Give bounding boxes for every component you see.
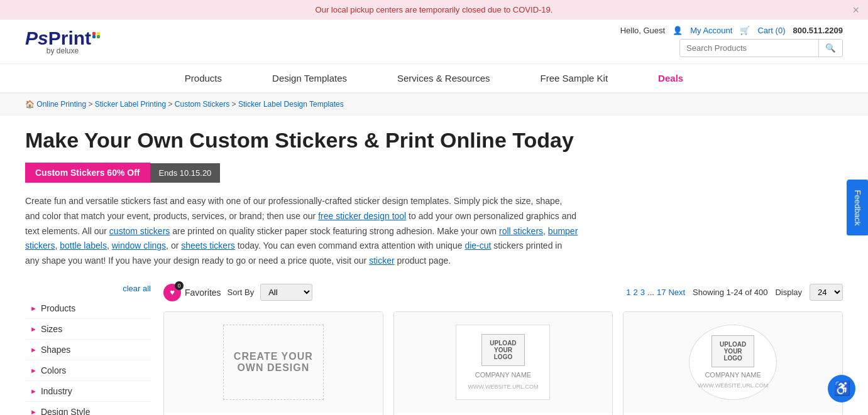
filter-shapes[interactable]: ► Shapes <box>25 340 151 360</box>
page-17[interactable]: 17 <box>657 288 666 297</box>
favorites-count: 0 <box>175 281 184 290</box>
arrow-icon: ► <box>30 325 37 333</box>
breadcrumb-online-printing[interactable]: Online Printing <box>36 100 86 109</box>
filter-colors[interactable]: ► Colors <box>25 360 151 381</box>
nav-link-sample-kit[interactable]: Free Sample Kit <box>515 64 634 92</box>
die-cut-link[interactable]: die-cut <box>464 240 491 251</box>
card-image-company-circle: UPLOADYOURLOGO COMPANY NAME WWW.WEBSITE.… <box>624 312 842 412</box>
phone-number: 800.511.2209 <box>793 26 843 35</box>
clear-all-button[interactable]: clear all <box>25 284 151 293</box>
header: Ps Print by deluxe Hello, Guest 👤 My Acc… <box>0 19 868 64</box>
page-ellipsis: ... <box>647 288 654 297</box>
breadcrumb-sticker-label[interactable]: Sticker Label Printing <box>95 100 166 109</box>
sort-select[interactable]: All Newest Popular <box>260 284 312 301</box>
upload-logo-box-circle: UPLOADYOURLOGO <box>711 335 754 367</box>
nav-link-services[interactable]: Services & Resources <box>372 64 515 92</box>
cart-link[interactable]: Cart (0) <box>757 26 785 35</box>
showing-count: Showing 1-24 of 400 <box>693 288 767 297</box>
logo-dots <box>92 32 100 38</box>
card-footer-circle <box>624 412 842 415</box>
product-card-create: CREATE YOUROWN DESIGN Get Started <box>163 311 383 415</box>
card-image-company-rect: UPLOADYOURLOGO COMPANY NAME WWW.WEBSITE.… <box>394 312 613 412</box>
logo[interactable]: Ps Print by deluxe <box>25 28 100 55</box>
page-title: Make Your Own Custom Stickers & Print On… <box>25 128 843 153</box>
free-sticker-tool-link[interactable]: free sticker design tool <box>318 211 406 221</box>
filter-label-shapes: Shapes <box>41 345 70 355</box>
bottle-labels-link[interactable]: bottle labels <box>60 240 107 251</box>
product-card-company-rect[interactable]: UPLOADYOURLOGO COMPANY NAME WWW.WEBSITE.… <box>393 311 613 415</box>
breadcrumb-sep-1: > <box>88 100 94 109</box>
arrow-icon: ► <box>30 305 37 312</box>
products-area: ♥ 0 Favorites Sort By All Newest Popular <box>163 284 843 415</box>
nav-item-services[interactable]: Services & Resources <box>372 64 515 92</box>
card-footer-create: Get Started <box>164 412 383 415</box>
upload-logo-box-rect: UPLOADYOURLOGO <box>481 334 524 366</box>
page-2[interactable]: 2 <box>634 288 638 297</box>
arrow-icon: ► <box>30 346 37 353</box>
roll-stickers-link[interactable]: roll stickers <box>499 226 543 236</box>
bumper-stickers-link[interactable]: bumper stickers <box>25 226 578 251</box>
filter-sizes[interactable]: ► Sizes <box>25 319 151 340</box>
filter-label-sizes: Sizes <box>41 324 62 334</box>
sticker-page-link[interactable]: sticker <box>369 256 394 266</box>
filter-products[interactable]: ► Products <box>25 298 151 319</box>
display-label: Display <box>775 288 802 297</box>
sheets-tickers-link[interactable]: sheets tickers <box>181 240 235 251</box>
company-rect-box: UPLOADYOURLOGO COMPANY NAME WWW.WEBSITE.… <box>456 325 550 400</box>
arrow-icon: ► <box>30 408 37 415</box>
products-grid: CREATE YOUROWN DESIGN Get Started UPLOAD… <box>163 311 843 415</box>
promo-label: Custom Stickers 60% Off <box>25 163 150 183</box>
nav-link-deals[interactable]: Deals <box>633 64 708 92</box>
sort-bar-right: 1 2 3 ... 17 Next Showing 1-24 of 400 Di… <box>626 284 843 301</box>
page-1[interactable]: 1 <box>626 288 630 297</box>
main-nav: Products Design Templates Services & Res… <box>0 64 868 94</box>
promo-date: Ends 10.15.20 <box>150 163 221 183</box>
accessibility-button[interactable]: ♿ <box>828 375 855 402</box>
company-name-rect: COMPANY NAME <box>475 371 531 379</box>
nav-item-design-templates[interactable]: Design Templates <box>247 64 372 92</box>
website-rect: WWW.WEBSITE.URL.COM <box>468 384 538 390</box>
sidebar: clear all ► Products ► Sizes ► Shapes ► … <box>25 284 151 415</box>
home-icon: 🏠 <box>25 100 35 109</box>
my-account-link[interactable]: My Account <box>690 26 732 35</box>
description: Create fun and versatile stickers fast a… <box>25 194 578 269</box>
search-input[interactable] <box>680 40 818 57</box>
logo-print: Print <box>48 28 91 49</box>
nav-item-products[interactable]: Products <box>160 64 247 92</box>
custom-stickers-link[interactable]: custom stickers <box>109 226 170 236</box>
sort-by-label: Sort By <box>228 288 255 297</box>
feedback-label: Feedback <box>853 190 862 225</box>
pagination: 1 2 3 ... 17 Next <box>626 288 685 297</box>
sort-bar-left: ♥ 0 Favorites Sort By All Newest Popular <box>163 284 312 301</box>
filter-industry[interactable]: ► Industry <box>25 381 151 402</box>
logo-byline: by deluxe <box>47 46 79 55</box>
page-next[interactable]: Next <box>668 288 685 297</box>
arrow-icon: ► <box>30 387 37 395</box>
promo-bar: Custom Stickers 60% Off Ends 10.15.20 <box>25 163 843 183</box>
cart-icon: 🛒 <box>740 26 750 35</box>
accessibility-icon: ♿ <box>833 380 850 397</box>
nav-item-sample-kit[interactable]: Free Sample Kit <box>515 64 634 92</box>
breadcrumb-custom-stickers[interactable]: Custom Stickers <box>175 100 229 109</box>
favorites-button[interactable]: ♥ 0 Favorites <box>163 284 221 301</box>
filter-label-industry: Industry <box>41 386 72 396</box>
filter-list: ► Products ► Sizes ► Shapes ► Colors ► <box>25 298 151 415</box>
card-footer-rect <box>394 412 613 415</box>
card-image-create: CREATE YOUROWN DESIGN <box>164 312 383 412</box>
covid-close-button[interactable]: × <box>852 3 859 16</box>
nav-link-design-templates[interactable]: Design Templates <box>247 64 372 92</box>
nav-link-products[interactable]: Products <box>160 64 247 92</box>
filter-design-style[interactable]: ► Design Style <box>25 402 151 415</box>
breadcrumb-design-templates[interactable]: Sticker Label Design Templates <box>238 100 344 109</box>
product-card-company-circle[interactable]: UPLOADYOURLOGO COMPANY NAME WWW.WEBSITE.… <box>623 311 843 415</box>
header-right: Hello, Guest 👤 My Account 🛒 Cart (0) 800… <box>620 26 843 57</box>
page-3[interactable]: 3 <box>640 288 645 297</box>
window-clings-link[interactable]: window clings <box>112 240 166 251</box>
nav-item-deals[interactable]: Deals <box>633 64 708 92</box>
display-select[interactable]: 24 48 96 <box>810 284 843 301</box>
search-button[interactable]: 🔍 <box>818 40 842 57</box>
filters-results: clear all ► Products ► Sizes ► Shapes ► … <box>25 284 843 415</box>
company-circle-box: UPLOADYOURLOGO COMPANY NAME WWW.WEBSITE.… <box>689 325 777 400</box>
feedback-tab[interactable]: Feedback <box>847 180 868 235</box>
heart-icon: ♥ 0 <box>163 284 181 301</box>
